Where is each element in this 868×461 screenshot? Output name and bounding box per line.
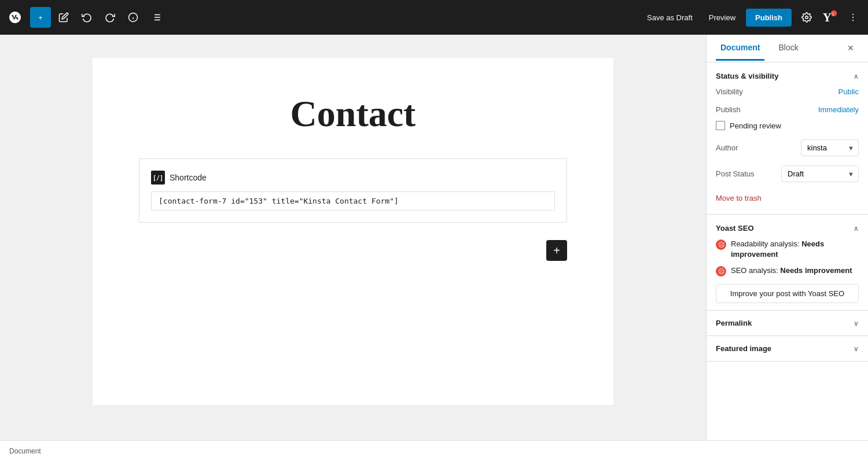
status-visibility-section: Status & visibility ∧ Visibility Public … — [707, 62, 868, 215]
status-visibility-header[interactable]: Status & visibility ∧ — [716, 69, 859, 83]
featured-image-chevron-icon: ∨ — [854, 345, 859, 353]
svg-point-15 — [852, 20, 854, 21]
visibility-value[interactable]: Public — [838, 87, 859, 96]
yoast-improve-button[interactable]: Improve your post with Yoast SEO — [716, 284, 859, 303]
editor-toolbar: + Save as Draft Preview Publish Y ! — [0, 0, 868, 35]
permalink-section[interactable]: Permalink ∨ — [707, 311, 868, 336]
pending-review-checkbox[interactable] — [716, 121, 725, 130]
move-to-trash-button[interactable]: Move to trash — [716, 191, 762, 205]
status-visibility-title: Status & visibility — [716, 72, 778, 80]
shortcode-block-header: [/] Shortcode — [151, 171, 555, 185]
sidebar-close-button[interactable]: × — [843, 40, 859, 57]
readability-item: ☹ Readability analysis: Needs improvemen… — [716, 237, 859, 261]
post-status-label: Post Status — [716, 169, 754, 178]
svg-text:Y: Y — [823, 10, 832, 24]
shortcode-block[interactable]: [/] Shortcode — [139, 158, 567, 223]
sidebar-header: Document Block × — [707, 35, 868, 62]
permalink-chevron-icon: ∨ — [854, 319, 859, 327]
bottom-bar: Document — [0, 440, 868, 461]
seo-analysis-text: SEO analysis: Needs improvement — [731, 265, 859, 276]
svg-point-13 — [852, 14, 854, 15]
post-status-select-wrapper: Draft Published Pending Review ▼ — [781, 165, 859, 182]
status-chevron-icon: ∧ — [854, 72, 859, 80]
sidebar: Document Block × Status & visibility ∧ V… — [706, 35, 868, 440]
author-label: Author — [716, 143, 738, 152]
info-button[interactable] — [123, 7, 144, 28]
wp-logo[interactable] — [5, 7, 25, 28]
add-block-toolbar-button[interactable]: + — [30, 7, 51, 28]
yoast-plugin-icon[interactable]: Y ! — [822, 9, 838, 25]
pending-review-row: Pending review — [716, 119, 859, 135]
main-layout: Contact [/] Shortcode + Document Block × — [0, 35, 868, 440]
shortcode-input[interactable] — [151, 191, 555, 211]
pending-review-label: Pending review — [730, 121, 781, 130]
list-view-button[interactable] — [146, 7, 167, 28]
post-status-row: Post Status Draft Published Pending Revi… — [716, 161, 859, 187]
page-title[interactable]: Contact — [139, 93, 567, 135]
redo-button[interactable] — [100, 7, 120, 28]
shortcode-label: Shortcode — [170, 173, 207, 182]
featured-image-section[interactable]: Featured image ∨ — [707, 336, 868, 362]
yoast-chevron-icon: ∧ — [854, 224, 859, 233]
publish-value[interactable]: Immediately — [818, 105, 859, 114]
yoast-seo-title: Yoast SEO — [716, 224, 754, 233]
undo-button[interactable] — [76, 7, 97, 28]
author-row: Author kinsta admin ▼ — [716, 135, 859, 161]
featured-image-title: Featured image — [716, 344, 771, 353]
yoast-seo-header[interactable]: Yoast SEO ∧ — [716, 222, 859, 237]
author-select-wrapper: kinsta admin ▼ — [801, 139, 859, 156]
tab-block[interactable]: Block — [774, 36, 803, 61]
readability-text: Readability analysis: Needs improvement — [731, 239, 859, 260]
svg-point-11 — [831, 10, 837, 17]
yoast-seo-section: Yoast SEO ∧ ☹ Readability analysis: Need… — [707, 215, 868, 311]
post-status-select[interactable]: Draft Published Pending Review — [781, 165, 859, 182]
permalink-title: Permalink — [716, 319, 752, 327]
editor-area: Contact [/] Shortcode + — [0, 35, 706, 440]
svg-text:!: ! — [832, 12, 834, 17]
readability-status-icon: ☹ — [716, 239, 726, 250]
add-block-below-button[interactable]: + — [546, 240, 567, 261]
more-options-button[interactable] — [843, 7, 863, 28]
svg-point-14 — [852, 17, 854, 18]
publish-label: Publish — [716, 105, 741, 114]
bottom-bar-label: Document — [9, 447, 41, 455]
editor-content: Contact [/] Shortcode + — [93, 58, 613, 405]
author-select[interactable]: kinsta admin — [801, 139, 859, 156]
tab-document[interactable]: Document — [716, 36, 764, 61]
preview-button[interactable]: Preview — [703, 10, 741, 25]
seo-analysis-item: ☹ SEO analysis: Needs improvement — [716, 264, 859, 278]
visibility-row: Visibility Public — [716, 83, 859, 101]
seo-status-icon: ☹ — [716, 266, 726, 276]
shortcode-icon: [/] — [151, 171, 165, 185]
edit-tool-button[interactable] — [53, 7, 74, 28]
visibility-label: Visibility — [716, 87, 743, 96]
settings-button[interactable] — [796, 7, 817, 28]
svg-point-9 — [806, 16, 808, 19]
publish-row: Publish Immediately — [716, 101, 859, 119]
publish-button[interactable]: Publish — [746, 9, 792, 27]
save-draft-button[interactable]: Save as Draft — [641, 10, 698, 25]
